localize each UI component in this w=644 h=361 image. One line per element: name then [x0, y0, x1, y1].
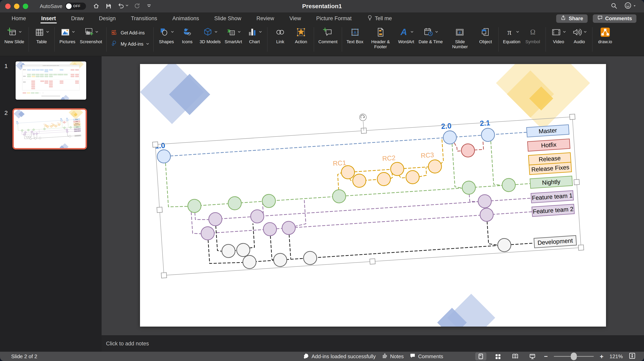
share-button[interactable]: Share [556, 15, 588, 23]
minimize-button[interactable] [14, 4, 20, 9]
video-button[interactable]: Video [550, 26, 567, 44]
tab-review[interactable]: Review [249, 13, 282, 25]
ribbon-group-2: PicturesScreenshot [54, 25, 106, 44]
tab-view[interactable]: View [282, 13, 308, 25]
zoom-slider[interactable] [554, 356, 594, 357]
ribbon-group-8: πEquationΩSymbol [498, 25, 546, 44]
symbol-button[interactable]: ΩSymbol [524, 26, 541, 44]
pictures-button[interactable]: Pictures [59, 26, 76, 44]
tab-transitions[interactable]: Transitions [124, 13, 165, 25]
chevron-down-icon [584, 31, 586, 35]
chart-icon [247, 27, 257, 38]
addins-status: Add-ins loaded successfully [303, 353, 376, 360]
autosave-toggle[interactable]: OFF [65, 3, 86, 10]
notes-toggle[interactable]: Notes [382, 353, 404, 360]
table-button[interactable]: Table [33, 26, 50, 44]
slide-number-button[interactable]: #Slide Number [447, 26, 473, 49]
new-slide-button[interactable]: New Slide [4, 26, 24, 44]
my-add-ins-button[interactable]: My Add-ins [111, 40, 149, 48]
autosave-label: AutoSave [40, 3, 62, 10]
ribbon-group-5: LinkAction [268, 25, 314, 44]
svg-text:Nightly: Nightly [542, 178, 560, 186]
smartart-button[interactable]: SmartArt [224, 26, 242, 44]
tab-animations[interactable]: Animations [165, 13, 207, 25]
titlebar: AutoSave OFF Presentation1 [0, 0, 644, 13]
ribbon-group-10: draw.io [592, 25, 618, 44]
powerpoint-window: AutoSave OFF Presentation1 HomeInsertDra… [0, 0, 644, 361]
svg-text:A: A [354, 30, 356, 35]
drawio-icon [600, 27, 610, 39]
notes-placeholder: Click to add notes [106, 340, 149, 347]
header-footer-button[interactable]: Header & Footer [368, 26, 394, 49]
action-icon [296, 27, 306, 38]
slide-canvas[interactable]: MasterHotfixReleaseRelease FixesNightlyF… [140, 64, 606, 326]
chevron-down-icon [563, 31, 566, 35]
tab-design[interactable]: Design [92, 13, 124, 25]
comments-button[interactable]: Comments [593, 15, 636, 23]
object-button[interactable]: Object [477, 26, 494, 49]
view-reading-button[interactable] [510, 352, 521, 360]
tab-tell-me[interactable]: Tell me [359, 13, 400, 25]
account-icon[interactable] [624, 2, 636, 11]
chevron-down-icon [171, 31, 174, 35]
thumbnail-slide-2[interactable]: 2 MasterHotfixReleaseRelease FixesNightl… [12, 108, 102, 150]
icons-button[interactable]: Icons [179, 26, 196, 44]
zoom-slider-thumb[interactable] [571, 352, 577, 360]
bulb-icon [367, 15, 373, 22]
chevron-down-icon [410, 31, 414, 35]
ribbon-group-7: AText BoxHeader & FooterAWordArtDate & T… [342, 25, 498, 49]
equation-button[interactable]: πEquation [503, 26, 520, 44]
ribbon-group-9: VideoAudio [546, 25, 592, 44]
zoom-out-button[interactable]: − [544, 353, 548, 360]
svg-text:Master: Master [538, 127, 557, 135]
3d-models-icon [203, 27, 213, 38]
chart-button[interactable]: Chart [246, 26, 263, 44]
tab-insert[interactable]: Insert [34, 13, 64, 25]
tab-slide-show[interactable]: Slide Show [206, 13, 249, 25]
search-icon[interactable] [610, 2, 618, 10]
svg-text:RC1: RC1 [332, 159, 346, 167]
slide-editing-canvas: MasterHotfixReleaseRelease FixesNightlyF… [102, 56, 644, 335]
close-button[interactable] [5, 4, 10, 9]
save-icon[interactable] [105, 3, 112, 10]
chevron-down-icon [96, 31, 98, 35]
svg-text:Master: Master [75, 119, 78, 120]
chevron-down-icon [72, 31, 75, 35]
undo-icon[interactable] [118, 3, 128, 10]
tab-draw[interactable]: Draw [64, 13, 92, 25]
chevron-down-icon [259, 31, 262, 35]
svg-text:RC2: RC2 [382, 154, 396, 162]
fit-window-icon[interactable] [629, 352, 636, 360]
shapes-icon [159, 27, 169, 38]
smartart-icon [226, 27, 236, 38]
redo-icon[interactable] [134, 3, 141, 10]
draw-io-button[interactable]: draw.io [597, 26, 614, 44]
comment-button[interactable]: Comment [318, 26, 338, 44]
comment-icon [323, 27, 333, 38]
tab-picture-format[interactable]: Picture Format [308, 13, 359, 25]
date-time-button[interactable]: Date & Time [418, 26, 443, 49]
view-sorter-button[interactable] [492, 352, 504, 360]
tab-home[interactable]: Home [4, 13, 34, 25]
text-box-button[interactable]: AText Box [346, 26, 363, 49]
link-button[interactable]: Link [272, 26, 288, 44]
toolbar-more-icon[interactable] [146, 4, 152, 9]
get-add-ins-button[interactable]: Get Add-ins [111, 29, 149, 37]
view-slideshow-button[interactable] [527, 352, 538, 360]
wordart-button[interactable]: AWordArt [398, 26, 414, 49]
text-box-icon: A [350, 27, 360, 38]
shapes-button[interactable]: Shapes [158, 26, 175, 44]
audio-button[interactable]: Audio [571, 26, 588, 44]
thumbnail-slide-1[interactable]: 1 Customer needs to purchase groceries o… [16, 62, 102, 100]
zoom-in-button[interactable]: + [600, 353, 604, 360]
comments-toggle[interactable]: Comments [410, 353, 443, 360]
svg-text:2.1: 2.1 [480, 119, 490, 128]
maximize-button[interactable] [23, 4, 28, 9]
home-icon[interactable] [93, 3, 100, 10]
action-button[interactable]: Action [292, 26, 310, 44]
chevron-down-icon [214, 31, 218, 35]
screenshot-button[interactable]: Screenshot [80, 26, 102, 44]
view-normal-button[interactable] [475, 352, 486, 360]
notes-area[interactable]: Click to add notes [102, 335, 644, 351]
3d-models-button[interactable]: 3D Models [200, 26, 220, 44]
